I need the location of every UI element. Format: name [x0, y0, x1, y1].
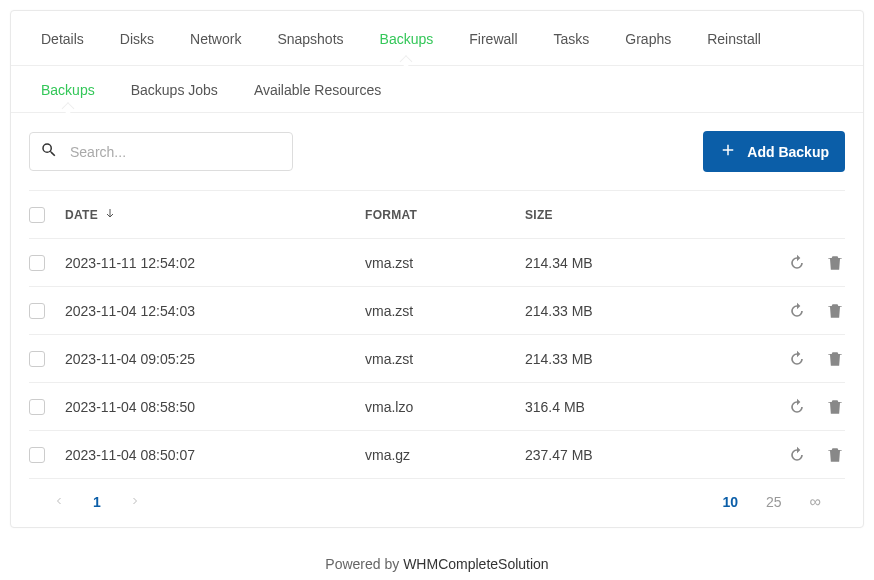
trash-icon[interactable]	[825, 397, 845, 417]
row-checkbox[interactable]	[29, 399, 45, 415]
plus-icon	[719, 141, 747, 162]
col-header-date-label: Date	[65, 208, 98, 222]
subtab-available-resources[interactable]: Available Resources	[236, 66, 399, 112]
cell-size: 214.33 MB	[525, 303, 765, 319]
trash-icon[interactable]	[825, 301, 845, 321]
page-size-10[interactable]: 10	[722, 494, 738, 510]
trash-icon[interactable]	[825, 253, 845, 273]
restore-icon[interactable]	[787, 349, 807, 369]
cell-size: 237.47 MB	[525, 447, 765, 463]
select-all-checkbox[interactable]	[29, 207, 45, 223]
tab-disks[interactable]: Disks	[102, 11, 172, 65]
add-backup-button[interactable]: Add Backup	[703, 131, 845, 172]
row-checkbox[interactable]	[29, 255, 45, 271]
backups-table: Date Format Size 2023-11-11 12:54:02vma.…	[11, 190, 863, 478]
cell-format: vma.zst	[365, 255, 525, 271]
tab-network[interactable]: Network	[172, 11, 259, 65]
subtab-backups[interactable]: Backups	[23, 66, 113, 112]
add-backup-label: Add Backup	[747, 144, 829, 160]
powered-by: Powered by WHMCompleteSolution	[0, 556, 874, 572]
page-size-infinity[interactable]: ∞	[810, 493, 821, 511]
row-checkbox[interactable]	[29, 351, 45, 367]
subtab-backups-jobs[interactable]: Backups Jobs	[113, 66, 236, 112]
cell-format: vma.gz	[365, 447, 525, 463]
toolbar: Add Backup	[11, 113, 863, 190]
cell-size: 316.4 MB	[525, 399, 765, 415]
restore-icon[interactable]	[787, 253, 807, 273]
cell-date: 2023-11-04 09:05:25	[65, 351, 365, 367]
cell-size: 214.33 MB	[525, 351, 765, 367]
powered-link[interactable]: WHMCompleteSolution	[403, 556, 549, 572]
restore-icon[interactable]	[787, 445, 807, 465]
col-header-size[interactable]: Size	[525, 208, 765, 222]
panel: DetailsDisksNetworkSnapshotsBackupsFirew…	[10, 10, 864, 528]
arrow-down-icon	[104, 207, 116, 222]
table-header: Date Format Size	[29, 190, 845, 238]
cell-date: 2023-11-11 12:54:02	[65, 255, 365, 271]
table-row: 2023-11-04 12:54:03vma.zst214.33 MB	[29, 286, 845, 334]
tab-tasks[interactable]: Tasks	[536, 11, 608, 65]
page-current: 1	[93, 494, 101, 510]
tab-backups[interactable]: Backups	[362, 11, 452, 65]
trash-icon[interactable]	[825, 349, 845, 369]
page-size-25[interactable]: 25	[766, 494, 782, 510]
tab-firewall[interactable]: Firewall	[451, 11, 535, 65]
trash-icon[interactable]	[825, 445, 845, 465]
col-header-format[interactable]: Format	[365, 208, 525, 222]
table-row: 2023-11-11 12:54:02vma.zst214.34 MB	[29, 238, 845, 286]
cell-format: vma.zst	[365, 303, 525, 319]
pager: 1 1025∞	[29, 478, 845, 527]
table-row: 2023-11-04 08:50:07vma.gz237.47 MB	[29, 430, 845, 478]
tab-graphs[interactable]: Graphs	[607, 11, 689, 65]
cell-date: 2023-11-04 12:54:03	[65, 303, 365, 319]
tab-reinstall[interactable]: Reinstall	[689, 11, 779, 65]
table-row: 2023-11-04 08:58:50vma.lzo316.4 MB	[29, 382, 845, 430]
page-next[interactable]	[129, 494, 141, 510]
search-icon	[40, 141, 68, 162]
restore-icon[interactable]	[787, 301, 807, 321]
cell-date: 2023-11-04 08:50:07	[65, 447, 365, 463]
col-header-date[interactable]: Date	[65, 207, 365, 222]
cell-date: 2023-11-04 08:58:50	[65, 399, 365, 415]
row-checkbox[interactable]	[29, 303, 45, 319]
page-prev[interactable]	[53, 494, 65, 510]
table-row: 2023-11-04 09:05:25vma.zst214.33 MB	[29, 334, 845, 382]
tabs-sub: BackupsBackups JobsAvailable Resources	[11, 66, 863, 113]
row-checkbox[interactable]	[29, 447, 45, 463]
restore-icon[interactable]	[787, 397, 807, 417]
tab-snapshots[interactable]: Snapshots	[259, 11, 361, 65]
cell-format: vma.lzo	[365, 399, 525, 415]
cell-size: 214.34 MB	[525, 255, 765, 271]
tabs-top: DetailsDisksNetworkSnapshotsBackupsFirew…	[11, 11, 863, 66]
search-box[interactable]	[29, 132, 293, 171]
cell-format: vma.zst	[365, 351, 525, 367]
tab-details[interactable]: Details	[23, 11, 102, 65]
search-input[interactable]	[68, 143, 282, 161]
powered-prefix: Powered by	[325, 556, 403, 572]
